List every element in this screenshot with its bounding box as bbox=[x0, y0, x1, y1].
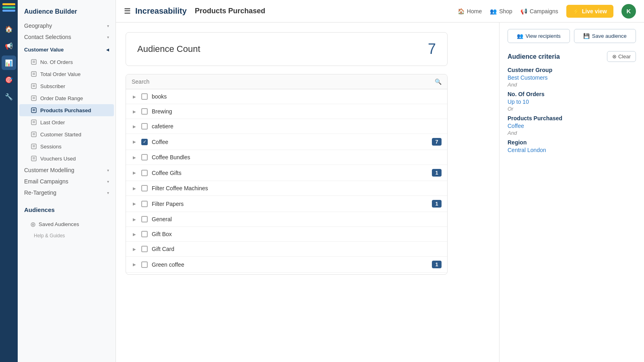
vouchers-used-label: Vouchers Used bbox=[40, 156, 76, 162]
product-row: ▶Gift Card bbox=[126, 242, 447, 257]
expand-icon[interactable]: ▶ bbox=[132, 109, 137, 114]
sidebar-section-email-campaigns[interactable]: Email Campaigns ▾ bbox=[18, 176, 116, 187]
criteria-value-up-to-10: Up to 10 bbox=[508, 99, 636, 105]
expand-icon[interactable]: ▶ bbox=[132, 139, 137, 145]
sidebar-item-customer-started[interactable]: Customer Started bbox=[19, 128, 114, 140]
audiences-title: Audiences bbox=[18, 203, 116, 218]
product-checkbox[interactable] bbox=[141, 123, 148, 130]
hamburger-icon[interactable]: ☰ bbox=[124, 7, 130, 16]
topnav: ☰ Increasability Products Purchased 🏠 Ho… bbox=[116, 0, 644, 23]
rail-campaigns-icon[interactable]: 📢 bbox=[2, 39, 16, 53]
criteria-connector-and-2: And bbox=[508, 130, 636, 136]
criteria-connector-or: Or bbox=[508, 106, 636, 112]
right-panel: 👥 View recipients 💾 Save audience Audien… bbox=[499, 23, 644, 362]
product-name: books bbox=[152, 93, 442, 100]
search-input[interactable] bbox=[132, 78, 435, 85]
saved-audiences-label: Saved Audiences bbox=[39, 221, 79, 227]
chevron-left-icon: ◂ bbox=[106, 47, 109, 53]
sidebar-item-sessions[interactable]: Sessions bbox=[19, 140, 114, 152]
sidebar-section-contact[interactable]: Contact Selections ▾ bbox=[18, 31, 116, 43]
product-row: ▶Gift Box bbox=[126, 227, 447, 242]
chevron-down-icon: ▾ bbox=[107, 168, 109, 173]
save-audience-button[interactable]: 💾 Save audience bbox=[574, 29, 636, 43]
criteria-group-products-purchased-label: Products Purchased bbox=[508, 115, 636, 121]
product-name: Gift Box bbox=[152, 231, 442, 237]
product-checkbox[interactable] bbox=[141, 154, 148, 160]
sidebar-item-vouchers-used[interactable]: Vouchers Used bbox=[19, 152, 114, 165]
right-panel-actions: 👥 View recipients 💾 Save audience bbox=[508, 29, 636, 43]
expand-icon[interactable]: ▶ bbox=[132, 94, 137, 99]
sidebar-item-no-of-orders[interactable]: No. Of Orders bbox=[19, 56, 114, 68]
product-checkbox[interactable] bbox=[141, 170, 148, 176]
svg-rect-6 bbox=[31, 84, 36, 88]
campaigns-nav-link[interactable]: 📢 Campaigns bbox=[520, 8, 558, 14]
avatar[interactable]: K bbox=[621, 4, 636, 19]
shop-nav-link[interactable]: 👥 Shop bbox=[490, 8, 512, 14]
criteria-group-products-purchased: Products Purchased Coffee And bbox=[508, 115, 636, 136]
product-row: ▶Hot Chocolates bbox=[126, 273, 447, 274]
sidebar-section-customer-modelling[interactable]: Customer Modelling ▾ bbox=[18, 165, 116, 176]
criteria-group-customer-group: Customer Group Best Customers And bbox=[508, 67, 636, 88]
sidebar-section-geography[interactable]: Geography ▾ bbox=[18, 20, 116, 31]
expand-icon[interactable]: ▶ bbox=[132, 170, 137, 176]
product-name: Brewing bbox=[152, 108, 442, 115]
product-checkbox[interactable] bbox=[141, 231, 148, 237]
rail-settings-icon[interactable]: 🔧 bbox=[2, 89, 16, 104]
home-nav-link[interactable]: 🏠 Home bbox=[458, 8, 482, 14]
product-checkbox[interactable] bbox=[141, 201, 148, 207]
customer-value-items: No. Of Orders Total Order Value Subscrib… bbox=[18, 56, 116, 165]
sidebar-section-contact-label: Contact Selections bbox=[24, 34, 71, 40]
shop-icon: 👥 bbox=[490, 8, 497, 14]
center-panel: Audience Count 7 🔍 ▶books▶Brewing▶cafeti… bbox=[116, 23, 499, 362]
sidebar-item-subscriber[interactable]: Subscriber bbox=[19, 80, 114, 92]
expand-icon[interactable]: ▶ bbox=[132, 216, 137, 222]
expand-icon[interactable]: ▶ bbox=[132, 123, 137, 129]
chevron-down-icon: ▾ bbox=[107, 179, 109, 184]
product-name: Coffee bbox=[152, 139, 428, 145]
sidebar-item-order-date-range[interactable]: Order Date Range bbox=[19, 92, 114, 104]
product-checkbox[interactable] bbox=[141, 261, 148, 268]
sidebar-section-customer-value[interactable]: Customer Value ◂ bbox=[18, 43, 116, 54]
rail-home-icon[interactable]: 🏠 bbox=[2, 22, 16, 36]
product-checkbox[interactable] bbox=[141, 93, 148, 100]
rail-analytics-icon[interactable]: 📊 bbox=[2, 56, 16, 70]
product-checkbox[interactable] bbox=[141, 246, 148, 252]
sidebar-item-saved-audiences[interactable]: ◎ Saved Audiences bbox=[19, 218, 114, 230]
rail-targeting-icon[interactable]: 🎯 bbox=[2, 72, 16, 87]
chevron-down-icon: ▾ bbox=[107, 24, 109, 28]
svg-rect-15 bbox=[31, 120, 36, 125]
total-order-value-label: Total Order Value bbox=[40, 71, 80, 77]
criteria-group-region: Region Central London bbox=[508, 139, 636, 153]
sidebar-section-retargeting[interactable]: Re-Targeting ▾ bbox=[18, 187, 116, 198]
product-checkbox[interactable] bbox=[141, 185, 148, 191]
expand-icon[interactable]: ▶ bbox=[132, 201, 137, 207]
expand-icon[interactable]: ▶ bbox=[132, 262, 137, 267]
product-row: ▶Brewing bbox=[126, 104, 447, 119]
shop-label: Shop bbox=[499, 8, 512, 14]
app-logo-icon bbox=[2, 3, 15, 16]
clear-icon: ⊗ bbox=[612, 53, 617, 60]
product-row: ▶books bbox=[126, 89, 447, 104]
sidebar-item-last-order[interactable]: Last Order bbox=[19, 116, 114, 128]
product-name: Filter Coffee Machines bbox=[152, 185, 442, 191]
app-name: Increasability bbox=[135, 6, 187, 16]
product-checkbox[interactable] bbox=[141, 216, 148, 222]
product-checkbox[interactable] bbox=[141, 139, 148, 145]
product-badge: 1 bbox=[432, 200, 442, 208]
view-recipients-button[interactable]: 👥 View recipients bbox=[508, 29, 570, 43]
product-checkbox[interactable] bbox=[141, 108, 148, 115]
clear-button[interactable]: ⊗ Clear bbox=[607, 51, 636, 62]
sidebar-item-total-order-value[interactable]: Total Order Value bbox=[19, 68, 114, 80]
sessions-label: Sessions bbox=[40, 144, 62, 150]
chevron-down-icon: ▾ bbox=[107, 35, 109, 39]
campaigns-icon: 📢 bbox=[520, 8, 527, 14]
expand-icon[interactable]: ▶ bbox=[132, 231, 137, 237]
search-icon: 🔍 bbox=[435, 78, 442, 85]
sidebar: Audience Builder Geography ▾ Contact Sel… bbox=[18, 0, 116, 362]
sidebar-item-products-purchased[interactable]: Products Purchased bbox=[19, 104, 114, 116]
expand-icon[interactable]: ▶ bbox=[132, 185, 137, 191]
expand-icon[interactable]: ▶ bbox=[132, 246, 137, 252]
live-view-button[interactable]: ⚡ Live view bbox=[566, 5, 613, 18]
expand-icon[interactable]: ▶ bbox=[132, 154, 137, 160]
sidebar-item-help[interactable]: Help & Guides bbox=[19, 230, 114, 241]
